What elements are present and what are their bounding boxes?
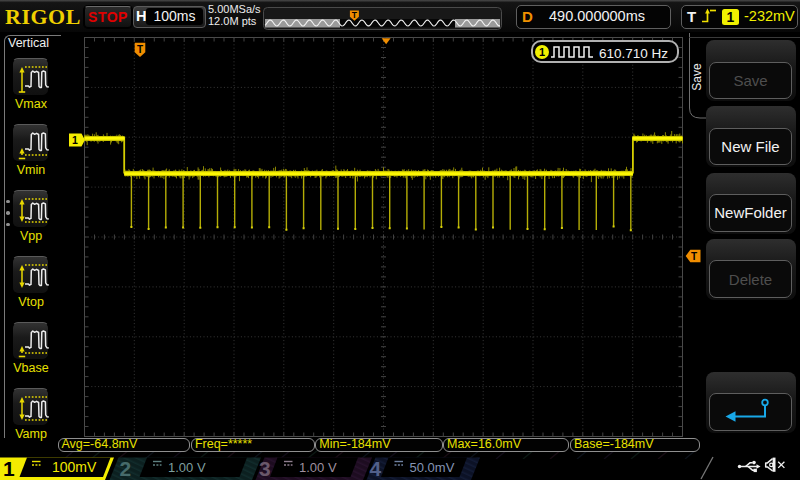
- svg-text:2: 2: [120, 457, 132, 480]
- svg-text:T: T: [691, 251, 697, 262]
- svg-text:1: 1: [72, 134, 78, 146]
- svg-text:T: T: [137, 44, 143, 55]
- svg-text:3: 3: [259, 457, 271, 480]
- svg-text:4: 4: [370, 457, 382, 480]
- svg-text:1.00 V: 1.00 V: [168, 460, 206, 475]
- svg-text:100mV: 100mV: [52, 459, 97, 475]
- svg-text:1.00 V: 1.00 V: [299, 460, 337, 475]
- svg-text:1: 1: [3, 457, 15, 480]
- svg-text:50.0mV: 50.0mV: [410, 460, 455, 475]
